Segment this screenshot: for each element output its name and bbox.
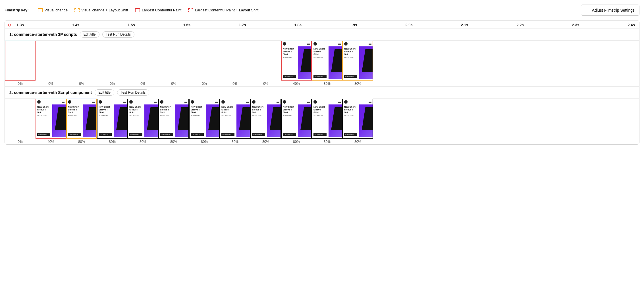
legend-items: Filmstrip key: Visual change Visual chan… [5,8,258,12]
product-text-col: New Short Sleeve T-Shirt $25.99 USD Ligh… [36,104,51,137]
product-badge: Lightweight [221,133,234,136]
frame-wrapper-s2-f10[interactable]: New Short Sleeve T-Shirt $25.99 USD Ligh… [281,99,312,139]
frame-wrapper-s1-f4[interactable] [97,41,128,81]
product-badge: Lightweight [313,75,327,78]
product-icon-lines [307,42,310,46]
product-price: $25.99 USD [283,114,296,116]
legend-item-lcp: Largest Contentful Paint [135,8,181,12]
product-body: New Short Sleeve T-Shirt $25.99 USD Ligh… [343,104,373,137]
legend-text-visual-change-layout-shift: Visual change + Layout Shift [81,8,128,12]
frame-wrapper-s2-f11[interactable]: New Short Sleeve T-Shirt $25.99 USD Ligh… [312,99,342,139]
table-row: New Short Sleeve T-Shirt $25.99 USD Ligh… [36,99,66,144]
product-icon-lines [246,100,249,104]
frame-wrapper-s2-f1[interactable] [5,99,36,139]
frame-wrapper-s2-f12[interactable]: New Short Sleeve T-Shirt $25.99 USD Ligh… [342,99,373,139]
frame-wrapper-s2-f8[interactable]: New Short Sleeve T-Shirt $25.99 USD Ligh… [220,99,250,139]
legend-box-visual-change [38,8,43,12]
frame-wrapper-s1-f3[interactable] [66,41,97,81]
product-icon-circle [344,100,348,104]
frame-wrapper-s2-f5[interactable]: New Short Sleeve T-Shirt $25.99 USD Ligh… [128,99,158,139]
product-card: New Short Sleeve T-Shirt $25.99 USD Ligh… [312,99,342,138]
product-img-col [297,104,311,137]
product-icon-lines [369,42,371,46]
product-body: New Short Sleeve T-Shirt $25.99 USD Ligh… [312,46,342,79]
frame-wrapper-s2-f9[interactable]: New Short Sleeve T-Shirt $25.99 USD Ligh… [250,99,281,139]
frame-wrapper-s1-f10[interactable]: New Short Sleeve T-Shirt $25.99 USD Ligh… [281,41,312,81]
frame-wrapper-s2-f4[interactable]: New Short Sleeve T-Shirt $25.99 USD Ligh… [97,99,128,139]
product-text-col: New Short Sleeve T-Shirt $25.99 USD Ligh… [220,104,236,137]
frame-wrapper-s1-f8[interactable] [220,41,250,81]
frame-percent-s2-f2: 40% [47,139,54,144]
table-row: New Short Sleeve T-Shirt $25.99 USD Ligh… [250,99,281,144]
product-icon-lines [184,100,187,104]
frame-wrapper-s1-f1[interactable] [5,41,36,81]
edit-title-button-1[interactable]: Edit title [80,31,99,38]
product-top-bar [36,99,66,104]
adjust-filmstrip-button[interactable]: ＋ Adjust Filmstrip Settings [581,5,639,16]
frame-wrapper-s1-f12[interactable]: New Short Sleeve T-Shirt $25.99 USD Ligh… [342,41,373,81]
product-img-col [205,104,219,137]
frame-wrapper-s1-f7[interactable] [189,41,220,81]
product-top-bar [251,99,281,104]
edit-title-button-2[interactable]: Edit title [95,89,114,96]
frame-percent-s2-f4: 80% [109,139,116,144]
frame-wrapper-s1-f9[interactable] [250,41,281,81]
product-icon-lines [154,100,157,104]
product-text-col: New Short Sleeve T-Shirt $25.99 USD Ligh… [251,104,266,137]
legend-box-lcp-layout-shift [188,8,193,12]
test-run-button-2[interactable]: Test Run Details [117,89,149,96]
product-price: $25.99 USD [68,114,81,116]
frame-wrapper-s1-f2[interactable] [36,41,66,81]
product-top-bar [128,99,158,104]
table-row: 0% [36,41,66,86]
frame-wrapper-s1-f6[interactable] [158,41,189,81]
product-text-col: New Short Sleeve T-Shirt $25.99 USD Ligh… [343,104,358,137]
tick-1.4s: 1.4s [70,23,81,27]
frame-percent-s2-f3: 80% [78,139,85,144]
table-row: New Short Sleeve T-Shirt $25.99 USD Ligh… [312,99,342,144]
product-price: $25.99 USD [313,114,327,116]
product-title: New Short Sleeve T-Shirt [313,106,327,114]
product-body: New Short Sleeve T-Shirt $25.99 USD Ligh… [159,104,188,137]
product-badge: Lightweight [344,133,357,136]
product-badge: Lightweight [37,133,50,136]
product-price: $25.99 USD [252,114,265,116]
frame-wrapper-s2-f6[interactable]: New Short Sleeve T-Shirt $25.99 USD Ligh… [158,99,189,139]
frame-wrapper-s2-f3[interactable]: New Short Sleeve T-Shirt $25.99 USD Ligh… [66,99,97,139]
product-img-col [51,104,66,137]
product-price: $25.99 USD [283,56,296,58]
product-price: $25.99 USD [344,56,357,58]
product-icon-circle [160,100,163,104]
product-icon-circle [283,42,286,46]
product-title: New Short Sleeve T-Shirt [99,106,112,114]
section-title-2: 2: commerce-starter-with Script componen… [9,90,92,95]
section-title-1: 1: commerce-starter-with 3P scripts [9,32,77,37]
product-price: $25.99 USD [37,114,50,116]
frame-percent-s1-f2: 0% [48,81,53,86]
frame-percent-s1-f11: 80% [324,81,331,86]
product-price: $25.99 USD [344,114,357,116]
legend-label: Filmstrip key: [5,8,29,12]
frame-percent-s1-f12: 80% [354,81,361,86]
legend-text-lcp: Largest Contentful Paint [142,8,181,12]
frame-percent-s2-f8: 80% [232,139,238,144]
plus-icon: ＋ [586,7,590,13]
frame-wrapper-s1-f11[interactable]: New Short Sleeve T-Shirt $25.99 USD Ligh… [312,41,342,81]
section-header-2: 2: commerce-starter-with Script componen… [5,87,639,98]
product-price: $25.99 USD [129,114,142,116]
frame-wrapper-s1-f5[interactable] [128,41,158,81]
product-icon-circle [252,100,255,104]
product-icon-lines [215,100,218,104]
table-row: New Short Sleeve T-Shirt $25.99 USD Ligh… [66,99,97,144]
frame-wrapper-s2-f7[interactable]: New Short Sleeve T-Shirt $25.99 USD Ligh… [189,99,220,139]
product-text-col: New Short Sleeve T-Shirt $25.99 USD Ligh… [312,46,328,79]
product-top-bar [312,41,342,46]
frame-wrapper-s2-f2[interactable]: New Short Sleeve T-Shirt $25.99 USD Ligh… [36,99,66,139]
tick-1.9s: 1.9s [348,23,359,27]
product-card: New Short Sleeve T-Shirt $25.99 USD Ligh… [128,99,158,138]
product-icon-lines [62,100,65,104]
tick-2.0s: 2.0s [403,23,415,27]
test-run-button-1[interactable]: Test Run Details [102,31,134,38]
table-row: 0% [158,41,189,86]
product-text-col: New Short Sleeve T-Shirt $25.99 USD Ligh… [282,104,297,137]
